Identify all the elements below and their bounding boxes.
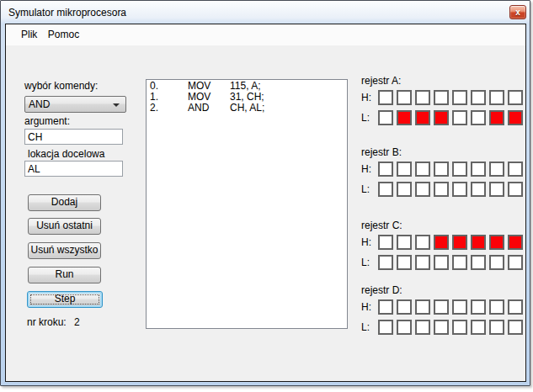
register-bit-checkbox[interactable] [508,110,523,125]
register-bit-checkbox[interactable] [397,299,412,315]
title-bar[interactable]: Symulator mikroprocesora x [1,1,530,24]
register-bit-checkbox[interactable] [452,299,467,315]
remove-all-button[interactable]: Usuń wszystko [28,242,101,259]
menu-item-pomoc[interactable]: Pomoc [45,24,83,45]
register-bit-checkbox[interactable] [378,235,393,250]
register-bit-checkbox[interactable] [489,299,504,315]
argument-label: argument: [24,115,70,127]
program-listbox[interactable]: 0.MOV115, A;1.MOV31, CH;2.ANDCH, AL; [146,79,348,329]
register-b-l-bits [378,182,523,197]
register-bit-checkbox[interactable] [489,320,504,335]
register-a-h-bits [378,90,523,105]
register-bit-checkbox[interactable] [508,162,523,177]
register-bit-checkbox[interactable] [434,110,449,125]
register-bit-checkbox[interactable] [415,90,430,105]
target-location-input[interactable] [24,161,123,177]
argument-input[interactable] [24,129,123,145]
add-button[interactable]: Dodaj [28,194,101,211]
register-d-l-bits [378,320,523,335]
register-bit-checkbox[interactable] [434,90,449,105]
register-c-l-bits [378,255,523,270]
register-d-h-label: H: [361,301,378,313]
register-bit-checkbox[interactable] [489,162,504,177]
step-button[interactable]: Step [27,291,103,308]
register-bit-checkbox[interactable] [508,182,523,197]
command-select[interactable]: AND [24,96,126,113]
register-bit-checkbox[interactable] [452,255,467,270]
run-button[interactable]: Run [28,267,101,283]
register-bit-checkbox[interactable] [489,90,504,105]
register-bit-checkbox[interactable] [489,182,504,197]
register-bit-checkbox[interactable] [415,255,430,270]
register-bit-checkbox[interactable] [434,182,449,197]
register-bit-checkbox[interactable] [471,255,486,270]
register-bit-checkbox[interactable] [471,162,486,177]
register-bit-checkbox[interactable] [415,110,430,125]
register-bit-checkbox[interactable] [397,320,412,335]
register-bit-checkbox[interactable] [452,162,467,177]
register-bit-checkbox[interactable] [471,235,486,250]
register-bit-checkbox[interactable] [434,320,449,335]
register-bit-checkbox[interactable] [471,320,486,335]
register-c-title: rejestr C: [361,220,402,231]
register-bit-checkbox[interactable] [452,90,467,105]
register-bit-checkbox[interactable] [378,182,393,197]
register-bit-checkbox[interactable] [471,90,486,105]
register-bit-checkbox[interactable] [508,299,523,315]
register-bit-checkbox[interactable] [397,90,412,105]
register-bit-checkbox[interactable] [415,320,430,335]
register-bit-checkbox[interactable] [452,182,467,197]
register-bit-checkbox[interactable] [452,235,467,250]
register-bit-checkbox[interactable] [508,235,523,250]
register-bit-checkbox[interactable] [471,182,486,197]
program-line[interactable]: 2.ANDCH, AL; [150,103,347,114]
register-section-b: rejestr B: H: L: [361,146,526,210]
register-bit-checkbox[interactable] [378,299,393,315]
register-bit-checkbox[interactable] [397,162,412,177]
register-bit-checkbox[interactable] [452,110,467,125]
register-bit-checkbox[interactable] [378,255,393,270]
register-bit-checkbox[interactable] [471,110,486,125]
register-bit-checkbox[interactable] [508,320,523,335]
register-a-l-label: L: [361,112,378,124]
register-bit-checkbox[interactable] [397,110,412,125]
register-bit-checkbox[interactable] [434,255,449,270]
remove-last-button[interactable]: Usuń ostatni [28,218,101,235]
menu-item-plik[interactable]: Plik [18,24,40,45]
register-bit-checkbox[interactable] [378,320,393,335]
register-b-h-label: H: [361,163,378,175]
register-bit-checkbox[interactable] [434,299,449,315]
register-bit-checkbox[interactable] [508,90,523,105]
pl-args: CH, AL; [230,103,264,114]
register-bit-checkbox[interactable] [415,182,430,197]
app-window: Symulator mikroprocesora x Plik Pomoc wy… [0,0,530,386]
register-c-h-bits [378,235,523,250]
register-bit-checkbox[interactable] [489,235,504,250]
client-area: Plik Pomoc wybór komendy: AND argument: … [5,24,526,382]
close-icon: x [515,8,520,17]
close-button[interactable]: x [509,5,526,19]
register-bit-checkbox[interactable] [378,162,393,177]
register-bit-checkbox[interactable] [378,90,393,105]
register-bit-checkbox[interactable] [397,235,412,250]
register-b-title: rejestr B: [361,146,402,158]
command-select-value: AND [29,98,50,110]
command-select-label: wybór komendy: [24,80,98,92]
register-d-h-bits [378,299,523,315]
register-bit-checkbox[interactable] [397,255,412,270]
register-bit-checkbox[interactable] [489,110,504,125]
pl-index: 2. [150,103,188,114]
register-bit-checkbox[interactable] [452,320,467,335]
register-bit-checkbox[interactable] [397,182,412,197]
register-c-l-label: L: [361,257,378,268]
register-bit-checkbox[interactable] [434,235,449,250]
register-bit-checkbox[interactable] [434,162,449,177]
register-bit-checkbox[interactable] [471,299,486,315]
register-bit-checkbox[interactable] [378,110,393,125]
register-bit-checkbox[interactable] [489,255,504,270]
register-c-h-label: H: [361,236,378,248]
register-bit-checkbox[interactable] [415,162,430,177]
register-bit-checkbox[interactable] [508,255,523,270]
register-bit-checkbox[interactable] [415,235,430,250]
register-bit-checkbox[interactable] [415,299,430,315]
